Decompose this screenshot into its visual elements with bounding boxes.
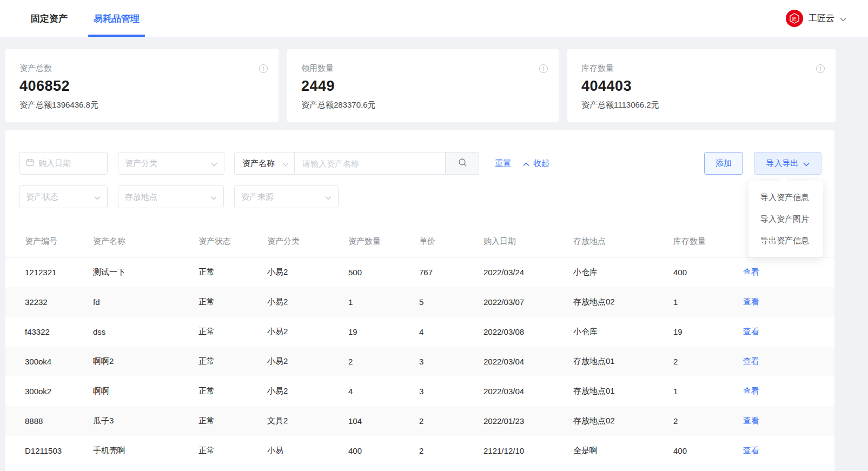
view-link[interactable]: 查看 <box>743 386 759 395</box>
stat-subtext: 资产总额1113066.2元 <box>581 100 823 110</box>
tab-fixed-assets[interactable]: 固定资产 <box>31 0 68 37</box>
table-row: 300ok2啊啊正常小易2432022/03/04存放地点011查看 <box>5 376 834 406</box>
import-export-menu: 导入资产信息导入资产图片导出资产信息 <box>748 181 823 257</box>
table-cell: 2022/03/04 <box>483 376 573 406</box>
chevron-up-icon <box>523 159 529 168</box>
info-icon[interactable]: ! <box>539 64 548 73</box>
table-cell: fd <box>93 287 198 317</box>
table-cell: 手机壳啊 <box>93 436 198 466</box>
asset-source-select[interactable]: 资产来源 <box>234 185 339 208</box>
import-export-label: 导入导出 <box>766 158 799 169</box>
table-cell: 2 <box>419 436 483 466</box>
table-cell: 正常 <box>198 317 267 347</box>
table-cell: 300ok4 <box>5 347 93 376</box>
date-placeholder: 购入日期 <box>38 158 71 169</box>
import-export-button[interactable]: 导入导出 <box>754 152 821 175</box>
purchase-date-picker[interactable]: 购入日期 <box>19 152 108 175</box>
view-link[interactable]: 查看 <box>743 356 759 366</box>
table-cell: 2022/03/04 <box>483 347 573 376</box>
add-button[interactable]: 添加 <box>704 152 743 175</box>
table-cell: f43322 <box>5 317 93 347</box>
menu-item[interactable]: 导出资产信息 <box>748 230 823 251</box>
filter-row-1: 购入日期 资产分类 资产名称 重置 <box>5 130 834 175</box>
tab-consumables[interactable]: 易耗品管理 <box>94 0 140 37</box>
table-cell-actions: 查看 <box>743 287 834 317</box>
table-cell: 测试一下 <box>93 257 198 287</box>
table-cell: 存放地点02 <box>573 287 673 317</box>
table-cell: 全是啊 <box>573 436 673 466</box>
stat-label: 库存数量 <box>581 63 823 74</box>
nav-tabs: 固定资产 易耗品管理 <box>31 0 140 37</box>
search-field-select[interactable]: 资产名称 <box>234 152 295 175</box>
table-cell: 300ok2 <box>5 376 93 406</box>
table-cell: 正常 <box>198 406 267 436</box>
column-header: 库存数量 <box>673 226 743 257</box>
table-cell: dss <box>93 317 198 347</box>
main-panel: 购入日期 资产分类 资产名称 重置 <box>5 130 834 471</box>
table-cell: 瓜子3 <box>93 406 198 436</box>
reset-button[interactable]: 重置 <box>495 158 511 169</box>
table-cell: D1211503 <box>5 436 93 466</box>
table-cell: 存放地点01 <box>573 376 673 406</box>
search-button[interactable] <box>446 152 479 175</box>
collapse-button[interactable]: 收起 <box>523 158 549 169</box>
table-cell: 正常 <box>198 257 267 287</box>
table-cell: 小易2 <box>267 317 348 347</box>
table-body: 1212321测试一下正常小易25007672022/03/24小仓库400查看… <box>5 257 834 466</box>
table-row: D1211503手机壳啊正常小易40022121/12/10全是啊400查看 <box>5 436 834 466</box>
table-cell: 文具2 <box>267 406 348 436</box>
menu-item[interactable]: 导入资产信息 <box>748 187 823 208</box>
menu-item[interactable]: 导入资产图片 <box>748 208 823 230</box>
stat-subtext: 资产总额1396436.8元 <box>19 100 266 110</box>
brand-logo-icon: 匠 <box>786 10 803 27</box>
table-cell: 1 <box>348 287 419 317</box>
table-cell-actions: 查看 <box>743 257 834 287</box>
column-header: 资产状态 <box>198 226 267 257</box>
table-cell-actions: 查看 <box>743 436 834 466</box>
stat-label: 资产总数 <box>19 63 266 74</box>
table-cell-actions: 查看 <box>743 406 834 436</box>
toolbar-actions: 添加 导入导出 <box>704 152 821 175</box>
table-cell: 5 <box>419 287 483 317</box>
brand-name: 工匠云 <box>809 13 834 24</box>
table-row: f43322dss正常小易21942022/03/08小仓库19查看 <box>5 317 834 347</box>
stat-subtext: 资产总额283370.6元 <box>301 100 546 110</box>
view-link[interactable]: 查看 <box>743 297 759 306</box>
search-field-value: 资产名称 <box>242 158 275 169</box>
table-cell: 正常 <box>198 287 267 317</box>
table-cell: 400 <box>673 257 743 287</box>
svg-text:匠: 匠 <box>792 16 797 22</box>
table-row: 8888瓜子3正常文具210422022/01/23存放地点022查看 <box>5 406 834 436</box>
table-cell: 小仓库 <box>573 317 673 347</box>
info-icon[interactable]: ! <box>816 64 825 73</box>
table-cell: 767 <box>419 257 483 287</box>
column-header: 资产名称 <box>93 226 198 257</box>
view-link[interactable]: 查看 <box>743 416 759 425</box>
table-cell: 小易 <box>267 436 348 466</box>
table-cell: 2121/12/10 <box>483 436 573 466</box>
asset-name-input[interactable] <box>295 152 446 175</box>
asset-name-search-group: 资产名称 <box>234 152 479 175</box>
view-link[interactable]: 查看 <box>743 267 759 276</box>
table-cell: 104 <box>348 406 419 436</box>
chevron-down-icon <box>94 193 101 202</box>
table-cell: 存放地点02 <box>573 406 673 436</box>
table-cell: 小易2 <box>267 257 348 287</box>
column-header: 单价 <box>419 226 483 257</box>
table-cell: 啊啊2 <box>93 347 198 376</box>
view-link[interactable]: 查看 <box>743 327 759 336</box>
asset-category-select[interactable]: 资产分类 <box>118 152 224 175</box>
table-cell: 2022/01/23 <box>483 406 573 436</box>
column-header: 存放地点 <box>573 226 673 257</box>
table-cell: 3 <box>419 347 483 376</box>
chevron-down-icon <box>325 193 332 202</box>
table-cell: 2022/03/08 <box>483 317 573 347</box>
account-menu[interactable]: 匠 工匠云 <box>786 10 846 27</box>
info-icon[interactable]: ! <box>259 64 268 73</box>
storage-location-select[interactable]: 存放地点 <box>118 185 224 208</box>
column-header: 资产编号 <box>5 226 93 257</box>
table-cell: 8888 <box>5 406 93 436</box>
table-cell: 1 <box>673 376 743 406</box>
view-link[interactable]: 查看 <box>743 446 759 455</box>
asset-status-select[interactable]: 资产状态 <box>19 185 108 208</box>
